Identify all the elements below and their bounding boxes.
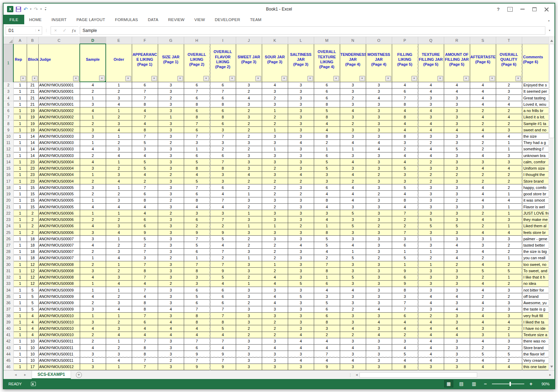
cell[interactable]: 8 — [392, 101, 418, 107]
cell[interactable]: 6 — [184, 191, 210, 197]
header-cell-S[interactable]: AFTERTASTE (Page 6)▼ — [470, 44, 496, 82]
cell[interactable]: 4 — [210, 345, 236, 351]
cell[interactable]: 7 — [184, 236, 210, 242]
column-header-H[interactable]: H — [184, 37, 210, 44]
cell[interactable]: 3 — [262, 152, 288, 159]
normal-view-icon[interactable]: ▦ — [444, 380, 453, 387]
cell[interactable]: 2 — [470, 171, 496, 178]
cell[interactable]: 2 — [158, 280, 184, 287]
cell[interactable]: 6 — [184, 94, 210, 101]
cell[interactable]: 2 — [236, 325, 262, 332]
cell[interactable]: 14 — [27, 152, 38, 159]
cell[interactable]: 3 — [262, 101, 288, 107]
cell[interactable]: 15 — [27, 184, 38, 191]
cell[interactable]: ANONYMOUS00004 — [38, 178, 80, 184]
cell[interactable]: 2 — [236, 332, 262, 338]
cell[interactable]: 9 — [392, 280, 418, 287]
cell[interactable]: 4 — [470, 191, 496, 197]
cell[interactable]: 3 — [366, 338, 392, 344]
cell[interactable]: 7 — [184, 306, 210, 312]
cell[interactable]: 2 — [132, 178, 158, 184]
cell[interactable]: 23 — [27, 165, 38, 171]
cell[interactable]: 4 — [262, 293, 288, 300]
cell[interactable]: 5 — [340, 210, 366, 216]
cell[interactable]: 4 — [340, 325, 366, 332]
header-cell-B[interactable]: Block▼ — [27, 44, 38, 82]
filter-button[interactable]: ▼ — [73, 76, 79, 81]
cell[interactable]: 1 — [13, 274, 27, 280]
cell[interactable]: 9 — [132, 229, 158, 235]
cell[interactable]: 2 — [80, 332, 106, 338]
cell[interactable]: 2 — [106, 139, 132, 146]
cell[interactable]: 4 — [418, 345, 444, 351]
cell[interactable]: ANONYMOUS00009 — [38, 300, 80, 306]
cell[interactable]: 2 — [80, 152, 106, 159]
row-number-7[interactable]: 7 — [4, 114, 13, 120]
tab-developer[interactable]: DEVELOPER — [210, 15, 245, 24]
cell[interactable]: 2 — [236, 107, 262, 114]
cell[interactable]: 1 — [418, 236, 444, 242]
cell[interactable]: 3 — [418, 114, 444, 120]
cell[interactable]: 3 — [444, 274, 470, 280]
scroll-left-icon[interactable]: ◄ — [354, 373, 359, 377]
cell[interactable]: 3 — [470, 203, 496, 210]
header-cell-comments[interactable]: Comments (Page 6) — [522, 44, 549, 82]
cell[interactable]: 1 — [13, 332, 27, 338]
cell[interactable]: 2 — [496, 171, 522, 178]
cell[interactable]: 4 — [106, 229, 132, 235]
cell[interactable]: 7 — [314, 351, 340, 357]
cell[interactable]: 8 — [184, 268, 210, 274]
cell[interactable]: 3 — [106, 146, 132, 152]
cell[interactable]: 3 — [444, 159, 470, 165]
filter-button[interactable]: ▼ — [99, 76, 105, 81]
cell[interactable]: calm, comfor — [522, 159, 549, 165]
cell[interactable]: tasted better — [522, 242, 549, 248]
row-number-27[interactable]: 27 — [4, 242, 13, 248]
cell[interactable]: 4 — [470, 319, 496, 325]
cell[interactable]: 3 — [340, 312, 366, 319]
cell[interactable]: 4 — [444, 332, 470, 338]
cell[interactable]: 4 — [392, 325, 418, 332]
cell[interactable]: 3 — [366, 159, 392, 165]
cell[interactable]: 1 — [418, 248, 444, 255]
cell[interactable]: 2 — [262, 332, 288, 338]
cell[interactable]: 15 — [27, 191, 38, 197]
cell[interactable]: 8 — [314, 133, 340, 139]
cell[interactable]: 2 — [106, 88, 132, 94]
cell[interactable]: 3 — [392, 236, 418, 242]
cell[interactable]: 3 — [80, 364, 106, 370]
cell[interactable]: 1 — [13, 139, 27, 146]
confirm-entry-icon[interactable]: ✓ — [60, 28, 69, 33]
cell[interactable]: 8 — [132, 345, 158, 351]
cell[interactable]: 8 — [184, 101, 210, 107]
cell[interactable]: 2 — [496, 325, 522, 332]
cell[interactable]: 7 — [132, 94, 158, 101]
cell[interactable]: ANONYMOUS00009 — [38, 293, 80, 300]
cell[interactable]: 9 — [210, 351, 236, 357]
cell[interactable]: 2 — [236, 203, 262, 210]
cell[interactable]: 3 — [288, 114, 314, 120]
cell[interactable]: 4 — [366, 139, 392, 146]
row-number-23[interactable]: 23 — [4, 216, 13, 223]
row-number-37[interactable]: 37 — [4, 306, 13, 312]
cell[interactable]: 3 — [288, 306, 314, 312]
cell[interactable]: feels store br — [522, 229, 549, 235]
cell[interactable]: 3 — [288, 210, 314, 216]
cell[interactable]: 3 — [80, 236, 106, 242]
cell[interactable]: 2 — [80, 338, 106, 344]
cell[interactable]: 2 — [392, 146, 418, 152]
cell[interactable]: 4 — [496, 133, 522, 139]
cell[interactable]: 4 — [80, 146, 106, 152]
cell[interactable]: 3 — [158, 165, 184, 171]
cell[interactable]: 1 — [262, 146, 288, 152]
cell[interactable]: 2 — [80, 300, 106, 306]
cell[interactable]: 2 — [496, 248, 522, 255]
cell[interactable]: 4 — [470, 357, 496, 364]
cell[interactable]: 2 — [418, 178, 444, 184]
cell[interactable]: 3 — [158, 152, 184, 159]
cell[interactable]: 3 — [366, 114, 392, 120]
cell[interactable]: 7 — [132, 184, 158, 191]
header-cell-E[interactable]: Order▼ — [106, 44, 132, 82]
cell[interactable]: 8 — [184, 312, 210, 319]
cell[interactable]: happy, comfo — [522, 184, 549, 191]
